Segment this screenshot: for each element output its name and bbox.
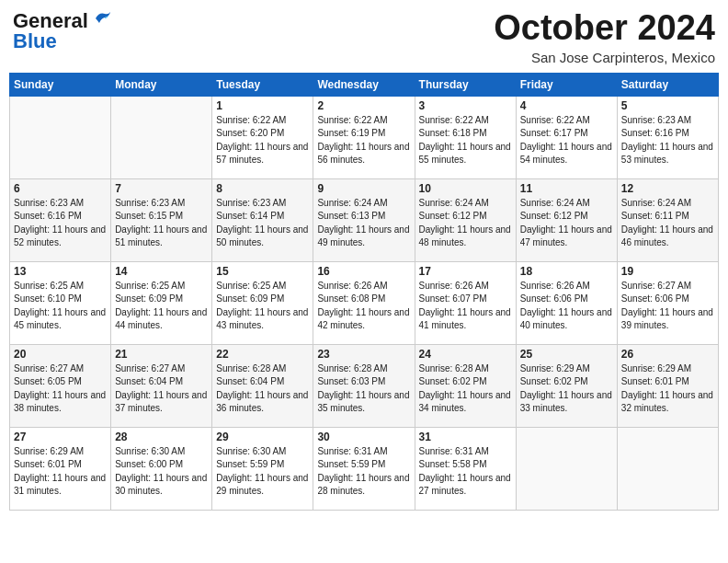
calendar-cell: 3Sunrise: 6:22 AM Sunset: 6:18 PM Daylig… <box>415 96 516 178</box>
calendar-cell <box>617 427 718 510</box>
logo-blue: Blue <box>13 29 57 53</box>
day-info: Sunrise: 6:25 AM Sunset: 6:10 PM Dayligh… <box>14 280 107 333</box>
weekday-header: Thursday <box>415 73 516 96</box>
calendar-cell: 1Sunrise: 6:22 AM Sunset: 6:20 PM Daylig… <box>212 96 313 178</box>
calendar-cell: 2Sunrise: 6:22 AM Sunset: 6:19 PM Daylig… <box>313 96 415 178</box>
title-area: October 2024 San Jose Carpinteros, Mexic… <box>494 9 715 65</box>
calendar-cell: 18Sunrise: 6:26 AM Sunset: 6:06 PM Dayli… <box>516 261 617 344</box>
calendar-week-row: 27Sunrise: 6:29 AM Sunset: 6:01 PM Dayli… <box>10 427 719 510</box>
day-info: Sunrise: 6:27 AM Sunset: 6:06 PM Dayligh… <box>621 280 714 333</box>
calendar-cell: 28Sunrise: 6:30 AM Sunset: 6:00 PM Dayli… <box>111 427 212 510</box>
day-number: 22 <box>216 348 309 361</box>
day-number: 25 <box>520 348 613 361</box>
day-number: 14 <box>115 265 208 278</box>
calendar-cell: 23Sunrise: 6:28 AM Sunset: 6:03 PM Dayli… <box>313 344 415 427</box>
day-info: Sunrise: 6:28 AM Sunset: 6:02 PM Dayligh… <box>419 362 512 416</box>
day-number: 11 <box>520 182 613 195</box>
day-info: Sunrise: 6:24 AM Sunset: 6:12 PM Dayligh… <box>419 197 512 250</box>
calendar-week-row: 20Sunrise: 6:27 AM Sunset: 6:05 PM Dayli… <box>10 344 719 427</box>
day-number: 18 <box>520 265 613 278</box>
calendar-cell: 7Sunrise: 6:23 AM Sunset: 6:15 PM Daylig… <box>111 178 212 261</box>
calendar-cell: 13Sunrise: 6:25 AM Sunset: 6:10 PM Dayli… <box>10 261 111 344</box>
day-info: Sunrise: 6:24 AM Sunset: 6:11 PM Dayligh… <box>621 197 714 250</box>
calendar-cell: 6Sunrise: 6:23 AM Sunset: 6:16 PM Daylig… <box>10 178 111 261</box>
calendar-cell: 9Sunrise: 6:24 AM Sunset: 6:13 PM Daylig… <box>313 178 415 261</box>
calendar-cell <box>10 96 111 178</box>
day-info: Sunrise: 6:25 AM Sunset: 6:09 PM Dayligh… <box>216 280 309 333</box>
calendar-cell: 8Sunrise: 6:23 AM Sunset: 6:14 PM Daylig… <box>212 178 313 261</box>
calendar-cell: 14Sunrise: 6:25 AM Sunset: 6:09 PM Dayli… <box>111 261 212 344</box>
day-info: Sunrise: 6:29 AM Sunset: 6:02 PM Dayligh… <box>520 362 613 416</box>
day-number: 8 <box>216 182 309 195</box>
day-number: 9 <box>317 182 410 195</box>
calendar-cell: 29Sunrise: 6:30 AM Sunset: 5:59 PM Dayli… <box>212 427 313 510</box>
weekday-header: Monday <box>111 73 212 96</box>
month-title: October 2024 <box>494 9 715 48</box>
weekday-header: Saturday <box>617 73 718 96</box>
day-info: Sunrise: 6:23 AM Sunset: 6:16 PM Dayligh… <box>14 197 107 250</box>
day-number: 15 <box>216 265 309 278</box>
day-number: 24 <box>419 348 512 361</box>
calendar-cell <box>111 96 212 178</box>
calendar-cell: 15Sunrise: 6:25 AM Sunset: 6:09 PM Dayli… <box>212 261 313 344</box>
calendar-cell: 5Sunrise: 6:23 AM Sunset: 6:16 PM Daylig… <box>617 96 718 178</box>
day-number: 30 <box>317 431 410 443</box>
day-info: Sunrise: 6:22 AM Sunset: 6:19 PM Dayligh… <box>317 114 410 167</box>
calendar-cell <box>516 427 617 510</box>
day-number: 5 <box>621 99 714 112</box>
day-info: Sunrise: 6:29 AM Sunset: 6:01 PM Dayligh… <box>14 445 107 499</box>
day-info: Sunrise: 6:23 AM Sunset: 6:14 PM Dayligh… <box>216 197 309 250</box>
day-info: Sunrise: 6:26 AM Sunset: 6:06 PM Dayligh… <box>520 280 613 333</box>
day-info: Sunrise: 6:29 AM Sunset: 6:01 PM Dayligh… <box>621 362 714 416</box>
calendar-cell: 12Sunrise: 6:24 AM Sunset: 6:11 PM Dayli… <box>617 178 718 261</box>
calendar-cell: 30Sunrise: 6:31 AM Sunset: 5:59 PM Dayli… <box>313 427 415 510</box>
location: San Jose Carpinteros, Mexico <box>494 50 715 65</box>
day-info: Sunrise: 6:31 AM Sunset: 5:59 PM Dayligh… <box>317 445 410 499</box>
day-number: 1 <box>216 99 309 112</box>
logo: General Blue <box>13 9 112 53</box>
day-info: Sunrise: 6:23 AM Sunset: 6:15 PM Dayligh… <box>115 197 208 250</box>
calendar-cell: 22Sunrise: 6:28 AM Sunset: 6:04 PM Dayli… <box>212 344 313 427</box>
weekday-header: Wednesday <box>313 73 415 96</box>
page-header: General Blue October 2024 San Jose Carpi… <box>9 9 719 65</box>
day-info: Sunrise: 6:24 AM Sunset: 6:12 PM Dayligh… <box>520 197 613 250</box>
calendar-cell: 27Sunrise: 6:29 AM Sunset: 6:01 PM Dayli… <box>10 427 111 510</box>
day-info: Sunrise: 6:30 AM Sunset: 5:59 PM Dayligh… <box>216 445 309 499</box>
day-number: 13 <box>14 265 107 278</box>
day-number: 27 <box>14 431 107 443</box>
day-number: 16 <box>317 265 410 278</box>
calendar-table: SundayMondayTuesdayWednesdayThursdayFrid… <box>9 73 719 511</box>
calendar-cell: 20Sunrise: 6:27 AM Sunset: 6:05 PM Dayli… <box>10 344 111 427</box>
day-number: 19 <box>621 265 714 278</box>
calendar-week-row: 1Sunrise: 6:22 AM Sunset: 6:20 PM Daylig… <box>10 96 719 178</box>
day-number: 21 <box>115 348 208 361</box>
day-number: 7 <box>115 182 208 195</box>
day-number: 6 <box>14 182 107 195</box>
calendar-week-row: 13Sunrise: 6:25 AM Sunset: 6:10 PM Dayli… <box>10 261 719 344</box>
day-info: Sunrise: 6:23 AM Sunset: 6:16 PM Dayligh… <box>621 114 714 167</box>
day-number: 28 <box>115 431 208 443</box>
day-info: Sunrise: 6:27 AM Sunset: 6:05 PM Dayligh… <box>14 362 107 416</box>
day-info: Sunrise: 6:28 AM Sunset: 6:03 PM Dayligh… <box>317 362 410 416</box>
calendar-cell: 31Sunrise: 6:31 AM Sunset: 5:58 PM Dayli… <box>415 427 516 510</box>
calendar-cell: 26Sunrise: 6:29 AM Sunset: 6:01 PM Dayli… <box>617 344 718 427</box>
day-info: Sunrise: 6:27 AM Sunset: 6:04 PM Dayligh… <box>115 362 208 416</box>
day-number: 2 <box>317 99 410 112</box>
day-number: 4 <box>520 99 613 112</box>
day-info: Sunrise: 6:22 AM Sunset: 6:17 PM Dayligh… <box>520 114 613 167</box>
logo-bird-icon <box>92 10 112 27</box>
weekday-header: Friday <box>516 73 617 96</box>
day-number: 31 <box>419 431 512 443</box>
day-info: Sunrise: 6:31 AM Sunset: 5:58 PM Dayligh… <box>419 445 512 499</box>
calendar-cell: 11Sunrise: 6:24 AM Sunset: 6:12 PM Dayli… <box>516 178 617 261</box>
day-info: Sunrise: 6:26 AM Sunset: 6:08 PM Dayligh… <box>317 280 410 333</box>
day-info: Sunrise: 6:28 AM Sunset: 6:04 PM Dayligh… <box>216 362 309 416</box>
calendar-cell: 10Sunrise: 6:24 AM Sunset: 6:12 PM Dayli… <box>415 178 516 261</box>
day-info: Sunrise: 6:30 AM Sunset: 6:00 PM Dayligh… <box>115 445 208 499</box>
day-number: 23 <box>317 348 410 361</box>
day-number: 12 <box>621 182 714 195</box>
weekday-header: Tuesday <box>212 73 313 96</box>
calendar-cell: 24Sunrise: 6:28 AM Sunset: 6:02 PM Dayli… <box>415 344 516 427</box>
calendar-week-row: 6Sunrise: 6:23 AM Sunset: 6:16 PM Daylig… <box>10 178 719 261</box>
day-number: 3 <box>419 99 512 112</box>
